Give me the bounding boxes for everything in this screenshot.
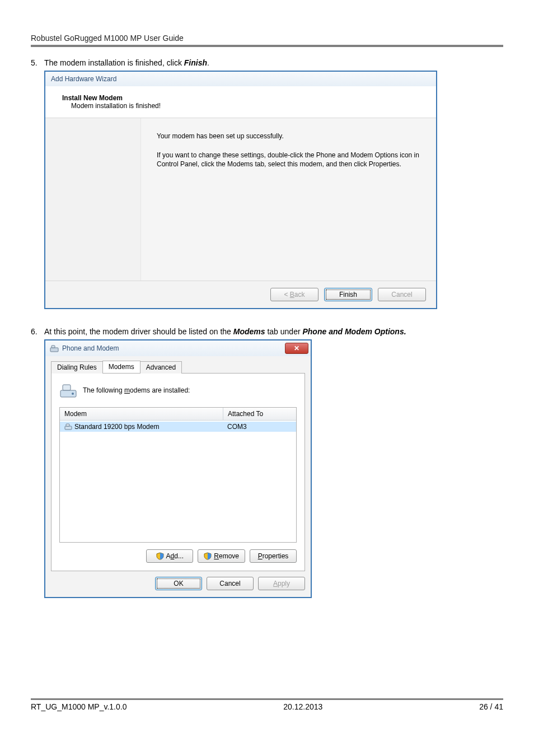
wizard-body-line2: If you want to change these settings, do… bbox=[157, 151, 420, 169]
tab-dialing-rules[interactable]: Dialing Rules bbox=[51, 361, 103, 374]
list-row[interactable]: Standard 19200 bps Modem COM3 bbox=[60, 421, 296, 433]
step-6-b1: Modems bbox=[233, 327, 265, 336]
cell-modem: Standard 19200 bps Modem bbox=[60, 422, 223, 432]
modem-small-icon bbox=[64, 423, 72, 431]
step-5-post: . bbox=[207, 58, 209, 67]
apply-button-label: Apply bbox=[273, 580, 290, 587]
properties-button-label: Properties bbox=[258, 552, 289, 560]
step-6-b2: Phone and Modem Options. bbox=[302, 327, 406, 336]
remove-button-label: Remove bbox=[214, 552, 239, 560]
modem-large-icon bbox=[59, 381, 77, 399]
add-hardware-wizard-dialog: Add Hardware Wizard Install New Modem Mo… bbox=[44, 71, 437, 309]
wizard-header-title: Install New Modem bbox=[62, 94, 424, 102]
wizard-body-line1: Your modem has been set up successfully. bbox=[157, 132, 420, 141]
back-button: < Back bbox=[270, 288, 318, 301]
close-icon: ✕ bbox=[294, 344, 299, 352]
pm-footer: OK Cancel Apply bbox=[45, 577, 311, 597]
pm-tabpanel: The following modems are installed: Mode… bbox=[51, 373, 305, 571]
step-5-number: 5. bbox=[31, 58, 44, 309]
svg-point-4 bbox=[72, 393, 74, 395]
page-header: Robustel GoRugged M1000 MP User Guide bbox=[31, 34, 503, 43]
step-6-pre: At this point, the modem driver should b… bbox=[44, 327, 233, 336]
properties-button[interactable]: Properties bbox=[250, 549, 297, 563]
pm-titlebar: Phone and Modem ✕ bbox=[45, 340, 311, 356]
remove-button[interactable]: Remove bbox=[198, 549, 245, 563]
wizard-footer: < Back Finish Cancel bbox=[45, 281, 436, 308]
pm-title-text: Phone and Modem bbox=[62, 344, 119, 352]
pm-tabs: Dialing Rules Modems Advanced bbox=[45, 356, 311, 373]
wizard-content: Your modem has been set up successfully.… bbox=[141, 118, 436, 281]
page-footer: RT_UG_M1000 MP_v.1.0.0 20.12.2013 26 / 4… bbox=[31, 700, 503, 711]
footer-center: 20.12.2013 bbox=[283, 702, 322, 711]
pm-infoline: The following modems are installed: bbox=[59, 381, 297, 399]
wizard-header-sub: Modem installation is finished! bbox=[71, 102, 424, 110]
footer-left: RT_UG_M1000 MP_v.1.0.0 bbox=[31, 702, 127, 711]
step-5-text: The modem installation is finished, clic… bbox=[44, 58, 503, 67]
add-button-label: Add... bbox=[166, 552, 184, 560]
ok-button-label: OK bbox=[174, 580, 183, 587]
step-5-bold: Finish bbox=[184, 58, 207, 67]
shield-icon bbox=[156, 552, 164, 560]
svg-rect-5 bbox=[65, 426, 72, 430]
listview-header: Modem Attached To bbox=[60, 408, 296, 421]
finish-button[interactable]: Finish bbox=[324, 288, 372, 301]
svg-rect-6 bbox=[66, 424, 69, 426]
svg-rect-1 bbox=[51, 346, 55, 348]
cancel-button-2[interactable]: Cancel bbox=[207, 577, 254, 590]
modems-listview[interactable]: Modem Attached To Standard 19200 bps Mod… bbox=[59, 407, 297, 543]
col-attached-to[interactable]: Attached To bbox=[223, 408, 296, 420]
step-6-mid: tab under bbox=[265, 327, 303, 336]
cancel-button: Cancel bbox=[378, 288, 426, 301]
add-button[interactable]: Add... bbox=[146, 549, 193, 563]
phone-and-modem-dialog: Phone and Modem ✕ Dialing Rules Modems A… bbox=[44, 339, 312, 598]
pm-info-text: The following modems are installed: bbox=[83, 386, 190, 394]
wizard-window-title: Add Hardware Wizard bbox=[45, 72, 436, 86]
ok-button[interactable]: OK bbox=[155, 577, 202, 590]
step-6-number: 6. bbox=[31, 327, 44, 598]
svg-rect-0 bbox=[50, 348, 58, 352]
tab-modems[interactable]: Modems bbox=[102, 361, 140, 373]
phone-modem-icon bbox=[50, 344, 59, 353]
cancel-button-label: Cancel bbox=[391, 291, 412, 298]
cancel-button-2-label: Cancel bbox=[219, 580, 240, 587]
cell-modem-text: Standard 19200 bps Modem bbox=[74, 423, 159, 431]
svg-rect-3 bbox=[63, 385, 71, 390]
tab-advanced[interactable]: Advanced bbox=[140, 361, 182, 374]
footer-right: 26 / 41 bbox=[479, 702, 503, 711]
step-5-pre: The modem installation is finished, clic… bbox=[44, 58, 184, 67]
apply-button: Apply bbox=[258, 577, 305, 590]
cell-port: COM3 bbox=[223, 422, 296, 432]
shield-icon bbox=[204, 552, 212, 560]
header-rule bbox=[31, 45, 503, 47]
close-button[interactable]: ✕ bbox=[285, 343, 308, 354]
wizard-sidebar-graphic bbox=[45, 118, 141, 281]
back-button-label: < Back bbox=[284, 291, 305, 298]
finish-button-label: Finish bbox=[339, 291, 357, 298]
wizard-header: Install New Modem Modem installation is … bbox=[45, 86, 436, 118]
step-5: 5. The modem installation is finished, c… bbox=[31, 58, 503, 309]
wizard-body: Your modem has been set up successfully.… bbox=[45, 118, 436, 281]
step-6: 6. At this point, the modem driver shoul… bbox=[31, 327, 503, 598]
step-6-text: At this point, the modem driver should b… bbox=[44, 327, 503, 336]
pm-buttons-row: Add... Remove Properties bbox=[59, 549, 297, 563]
col-modem[interactable]: Modem bbox=[60, 408, 223, 420]
